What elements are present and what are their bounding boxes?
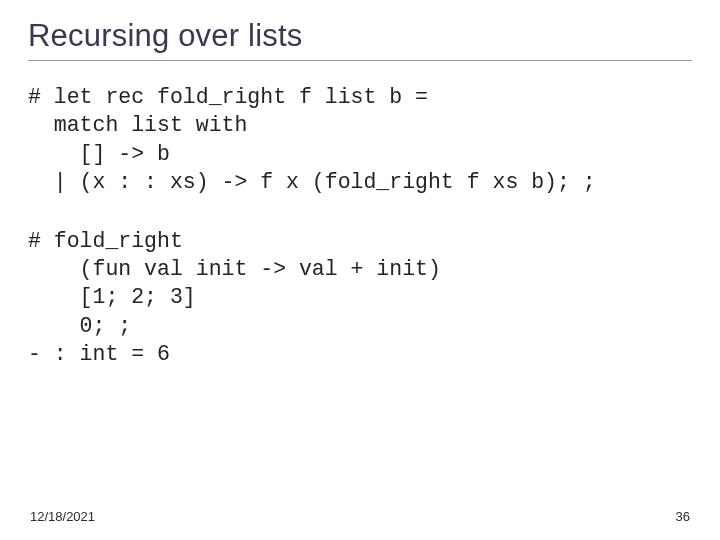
code-block-2: # fold_right (fun val init -> val + init…	[28, 227, 692, 369]
slide-title: Recursing over lists	[28, 18, 692, 54]
footer-page-number: 36	[676, 509, 690, 524]
footer-date: 12/18/2021	[30, 509, 95, 524]
footer: 12/18/2021 36	[30, 509, 690, 524]
title-divider	[28, 60, 692, 61]
slide: Recursing over lists # let rec fold_righ…	[0, 0, 720, 540]
code-block-1: # let rec fold_right f list b = match li…	[28, 83, 692, 197]
